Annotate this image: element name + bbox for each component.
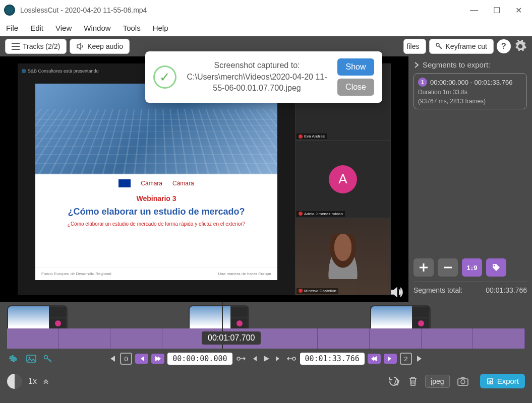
yin-yang-button[interactable] xyxy=(7,374,22,389)
screenshot-toast: ✓ Screenshot captured to: C:\Users\merch… xyxy=(145,51,382,103)
capture-format[interactable]: jpeg xyxy=(425,375,449,388)
slide-subtitle: ¿Cómo elaborar un estudio de mercado de … xyxy=(40,221,272,227)
participant-cell-2: A Adela Jimenez roldan xyxy=(295,141,391,218)
toast-message: Screenshot captured to: C:\Users\merch\V… xyxy=(184,60,330,94)
jump-cut-end-button[interactable] xyxy=(285,355,297,363)
keep-audio-button[interactable]: Keep audio xyxy=(70,39,130,54)
tag-segment-button[interactable] xyxy=(486,258,506,277)
sort-label: 1↓9 xyxy=(467,264,478,272)
svg-point-4 xyxy=(44,356,48,359)
toast-close-button[interactable]: Close xyxy=(337,79,374,96)
tag-icon xyxy=(492,263,501,272)
remove-segment-button[interactable] xyxy=(438,258,458,277)
files-label: files xyxy=(407,42,420,50)
bottom-bar: 1x jpeg Export xyxy=(0,369,532,393)
maximize-button[interactable]: ☐ xyxy=(493,6,500,15)
participant-name-2: Adela Jimenez roldan xyxy=(297,211,345,217)
eu-flag-icon xyxy=(119,179,131,187)
keyframes-toggle[interactable] xyxy=(42,354,53,364)
segments-header-label: Segments to export: xyxy=(423,60,490,69)
set-start-button[interactable] xyxy=(151,354,164,364)
menubar: File Edit View Window Tools Help xyxy=(0,20,532,36)
svg-rect-2 xyxy=(27,355,36,362)
menu-window[interactable]: Window xyxy=(84,24,110,32)
end-time-input[interactable]: 00:01:33.766 xyxy=(300,353,365,365)
minus-icon xyxy=(443,262,453,273)
files-button[interactable]: files xyxy=(403,39,426,54)
add-segment-button[interactable] xyxy=(413,258,434,277)
rotate-button[interactable] xyxy=(387,374,401,388)
tracks-button[interactable]: Tracks (2/2) xyxy=(5,39,67,54)
trash-button[interactable] xyxy=(407,375,419,388)
jump-start-button[interactable] xyxy=(107,354,117,364)
export-button[interactable]: Export xyxy=(480,374,525,388)
jump-cut-start-button[interactable] xyxy=(235,355,248,363)
participant-camera-feed xyxy=(323,234,363,279)
step-back-button[interactable] xyxy=(251,354,259,363)
keep-audio-label: Keep audio xyxy=(87,42,123,50)
export-icon xyxy=(486,377,494,385)
play-button[interactable] xyxy=(262,354,271,364)
keyframe-cut-button[interactable]: Keyframe cut xyxy=(429,39,494,54)
current-time-bubble: 00:01:07.700 xyxy=(202,331,261,345)
close-window-button[interactable]: ✕ xyxy=(515,6,522,15)
next-segment-button[interactable]: 2 xyxy=(400,353,412,365)
segment-action-buttons: 1↓9 xyxy=(413,258,527,277)
set-end-button[interactable] xyxy=(368,354,381,364)
svg-point-5 xyxy=(237,357,240,360)
segments-total-label: Segments total: xyxy=(413,286,462,294)
menu-help[interactable]: Help xyxy=(153,24,168,32)
minimize-button[interactable]: — xyxy=(470,6,478,15)
prev-keyframe-button[interactable] xyxy=(135,354,148,364)
slide-footer-right: Una manera de hacer Europa xyxy=(218,272,271,276)
next-keyframe-button[interactable] xyxy=(384,354,397,364)
segments-header[interactable]: Segments to export: xyxy=(413,60,527,69)
segments-total: Segments total: 00:01:33.766 xyxy=(413,282,527,298)
key-icon xyxy=(436,43,443,50)
titlebar: LosslessCut - 2020-04-20 11-55-06.mp4 — … xyxy=(0,0,532,20)
jump-end-button[interactable] xyxy=(415,354,425,364)
thumbnails-toggle[interactable] xyxy=(25,354,37,364)
start-time-input[interactable]: 00:00:00.000 xyxy=(167,353,232,365)
capture-button[interactable] xyxy=(456,375,470,387)
window-controls: — ☐ ✕ xyxy=(470,6,528,15)
waveform-toggle[interactable] xyxy=(7,354,20,364)
chevron-right-icon xyxy=(413,61,420,69)
segment-item[interactable]: 1 00:00:00.000 - 00:01:33.766 Duration 1… xyxy=(413,73,527,109)
sort-segments-button[interactable]: 1↓9 xyxy=(462,258,482,277)
playback-speed[interactable]: 1x xyxy=(28,377,37,386)
presenter-icon xyxy=(22,69,26,73)
menu-edit[interactable]: Edit xyxy=(30,24,43,32)
app-icon xyxy=(4,5,15,16)
volume-icon[interactable] xyxy=(390,286,404,298)
logo-camara-1: Cámara xyxy=(141,180,162,187)
slide-logos: Cámara Cámara xyxy=(35,174,277,192)
svg-point-1 xyxy=(494,265,495,266)
speed-chevron-icon[interactable] xyxy=(43,378,49,384)
participant-name-3: Minerva Castellón xyxy=(297,288,338,294)
toast-show-button[interactable]: Show xyxy=(337,58,374,76)
prev-segment-button[interactable]: 0 xyxy=(120,353,132,365)
timeline[interactable]: 00:01:07.700 xyxy=(0,302,532,349)
slide: Cámara Cámara Webinario 3 ¿Cómo elaborar… xyxy=(35,84,277,280)
plus-icon xyxy=(419,262,429,273)
segment-range: 00:00:00.000 - 00:01:33.766 xyxy=(430,79,512,86)
svg-point-6 xyxy=(292,357,295,360)
timeline-track[interactable] xyxy=(7,328,525,349)
toast-line1: Screenshot captured to: xyxy=(184,60,330,71)
participant-avatar: A xyxy=(329,165,357,193)
segment-details: (93767 ms, 2813 frames) xyxy=(418,98,522,105)
segment-number: 1 xyxy=(418,78,427,87)
menu-tools[interactable]: Tools xyxy=(123,24,141,32)
settings-icon[interactable] xyxy=(514,40,527,53)
list-icon xyxy=(12,43,20,50)
menu-file[interactable]: File xyxy=(6,24,18,32)
step-forward-button[interactable] xyxy=(274,354,282,363)
window-title: LosslessCut - 2020-04-20 11-55-06.mp4 xyxy=(20,6,470,14)
svg-point-9 xyxy=(461,380,465,384)
keyframe-cut-label: Keyframe cut xyxy=(446,42,487,50)
help-button[interactable]: ? xyxy=(497,39,511,53)
menu-view[interactable]: View xyxy=(55,24,72,32)
toast-line2: C:\Users\merch\Videos\2020-04-20 11-55-0… xyxy=(184,72,330,94)
slide-footer-left: Fondo Europeo de Desarrollo Regional xyxy=(41,272,111,276)
